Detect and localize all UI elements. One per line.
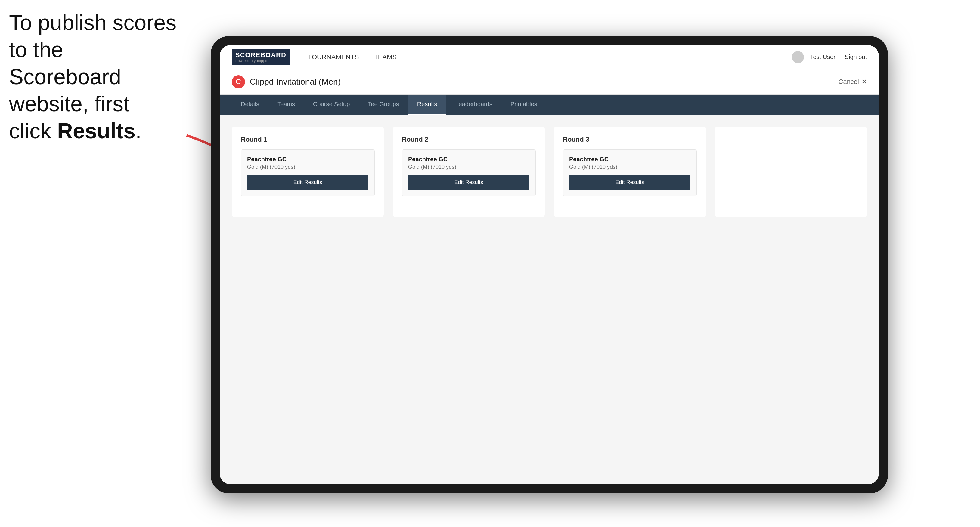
tournament-name: Clippd Invitational (Men) <box>250 77 341 87</box>
round-3-edit-results-button[interactable]: Edit Results <box>569 175 690 190</box>
round-2-edit-results-button[interactable]: Edit Results <box>408 175 530 190</box>
round-1-column: Round 1 Peachtree GC Gold (M) (7010 yds)… <box>232 127 384 217</box>
tablet-device: SCOREBOARD Powered by clippd TOURNAMENTS… <box>211 36 888 493</box>
round-1-course-card: Peachtree GC Gold (M) (7010 yds) Edit Re… <box>241 149 375 196</box>
tab-details[interactable]: Details <box>232 95 268 114</box>
round-3-course-card: Peachtree GC Gold (M) (7010 yds) Edit Re… <box>563 149 697 196</box>
round-2-course-name: Peachtree GC <box>408 156 530 163</box>
round-2-column: Round 2 Peachtree GC Gold (M) (7010 yds)… <box>393 127 545 217</box>
round-1-edit-results-button[interactable]: Edit Results <box>247 175 368 190</box>
tournament-icon: C <box>232 75 245 89</box>
instruction-left: To publish scores to the Scoreboard webs… <box>9 9 178 144</box>
round-3-title: Round 3 <box>563 136 697 143</box>
round-3-column: Round 3 Peachtree GC Gold (M) (7010 yds)… <box>554 127 706 217</box>
navbar: SCOREBOARD Powered by clippd TOURNAMENTS… <box>220 45 879 69</box>
user-avatar <box>792 51 804 63</box>
rounds-grid: Round 1 Peachtree GC Gold (M) (7010 yds)… <box>232 127 867 217</box>
round-2-course-card: Peachtree GC Gold (M) (7010 yds) Edit Re… <box>402 149 536 196</box>
user-label: Test User | <box>810 54 838 60</box>
round-4-column-empty <box>715 127 867 217</box>
tab-teams[interactable]: Teams <box>268 95 304 114</box>
round-2-title: Round 2 <box>402 136 536 143</box>
round-3-course-name: Peachtree GC <box>569 156 690 163</box>
tab-printables[interactable]: Printables <box>501 95 546 114</box>
close-icon: ✕ <box>861 78 867 86</box>
nav-links: TOURNAMENTS TEAMS <box>308 53 792 61</box>
signout-link[interactable]: Sign out <box>845 54 867 60</box>
tab-course-setup[interactable]: Course Setup <box>304 95 359 114</box>
nav-teams[interactable]: TEAMS <box>374 53 397 61</box>
round-1-course-details: Gold (M) (7010 yds) <box>247 164 368 170</box>
tournament-header: C Clippd Invitational (Men) Cancel ✕ <box>220 69 879 95</box>
tablet-screen: SCOREBOARD Powered by clippd TOURNAMENTS… <box>220 45 879 484</box>
tournament-title-row: C Clippd Invitational (Men) <box>232 75 341 89</box>
tab-leaderboards[interactable]: Leaderboards <box>446 95 501 114</box>
tab-tee-groups[interactable]: Tee Groups <box>359 95 408 114</box>
scoreboard-logo: SCOREBOARD Powered by clippd <box>232 49 290 65</box>
nav-right: Test User | Sign out <box>792 51 867 63</box>
round-2-course-details: Gold (M) (7010 yds) <box>408 164 530 170</box>
round-1-course-name: Peachtree GC <box>247 156 368 163</box>
nav-tournaments[interactable]: TOURNAMENTS <box>308 53 359 61</box>
round-3-course-details: Gold (M) (7010 yds) <box>569 164 690 170</box>
logo-area: SCOREBOARD Powered by clippd <box>232 49 290 65</box>
tab-results[interactable]: Results <box>408 95 446 114</box>
round-1-title: Round 1 <box>241 136 375 143</box>
main-content: Round 1 Peachtree GC Gold (M) (7010 yds)… <box>220 114 879 484</box>
tab-bar: Details Teams Course Setup Tee Groups Re… <box>220 95 879 114</box>
cancel-button[interactable]: Cancel ✕ <box>838 78 867 86</box>
